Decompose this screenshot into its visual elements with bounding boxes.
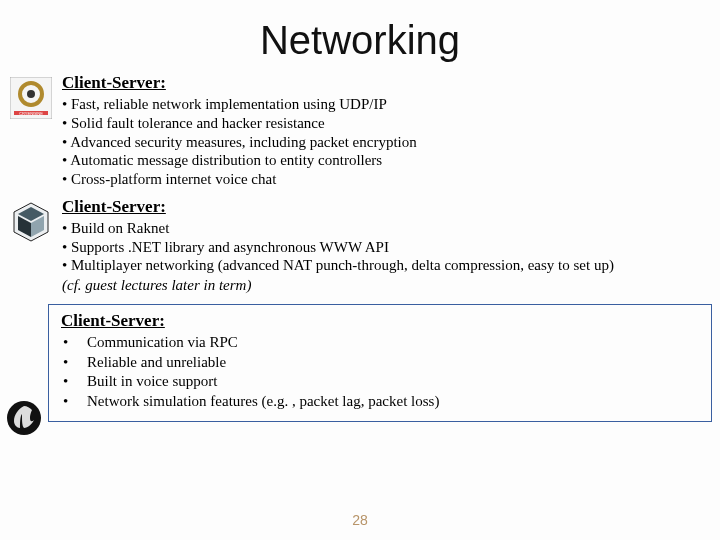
page-number: 28 (0, 512, 720, 528)
bullet-item: • Fast, reliable network implementation … (62, 95, 700, 114)
bullet-item: Network simulation features (e.g. , pack… (63, 392, 699, 412)
unity-icon (10, 201, 52, 243)
bullet-item: Communication via RPC (63, 333, 699, 353)
bullet-item: Reliable and unreliable (63, 353, 699, 373)
section-cryengine: CRYENGINE Client-Server: • Fast, reliabl… (0, 73, 720, 189)
bullet-item: • Build on Raknet (62, 219, 700, 238)
bullet-item: Built in voice support (63, 372, 699, 392)
section-unreal-box: Client-Server: Communication via RPC Rel… (48, 304, 712, 422)
svg-text:CRYENGINE: CRYENGINE (19, 111, 43, 116)
cryengine-icon: CRYENGINE (10, 77, 52, 119)
section-heading: Client-Server: (62, 197, 700, 217)
section-bullets: Communication via RPC Reliable and unrel… (61, 333, 699, 411)
bullet-item: • Cross-platform internet voice chat (62, 170, 700, 189)
bullet-item: • Solid fault tolerance and hacker resis… (62, 114, 700, 133)
section-note: (cf. guest lectures later in term) (62, 277, 700, 294)
section-heading: Client-Server: (62, 73, 700, 93)
svg-point-2 (27, 90, 35, 98)
bullet-item: • Supports .NET library and asynchronous… (62, 238, 700, 257)
bullet-item: • Automatic message distribution to enti… (62, 151, 700, 170)
section-heading: Client-Server: (61, 311, 699, 331)
bullet-item: • Multiplayer networking (advanced NAT p… (62, 256, 700, 275)
unreal-icon (6, 400, 42, 436)
section-bullets: • Build on Raknet • Supports .NET librar… (62, 219, 700, 275)
bullet-item: • Advanced security measures, including … (62, 133, 700, 152)
section-bullets: • Fast, reliable network implementation … (62, 95, 700, 189)
section-unity: Client-Server: • Build on Raknet • Suppo… (0, 197, 720, 294)
slide: Networking CRYENGINE Client-Server: • Fa… (0, 0, 720, 540)
slide-title: Networking (0, 18, 720, 63)
